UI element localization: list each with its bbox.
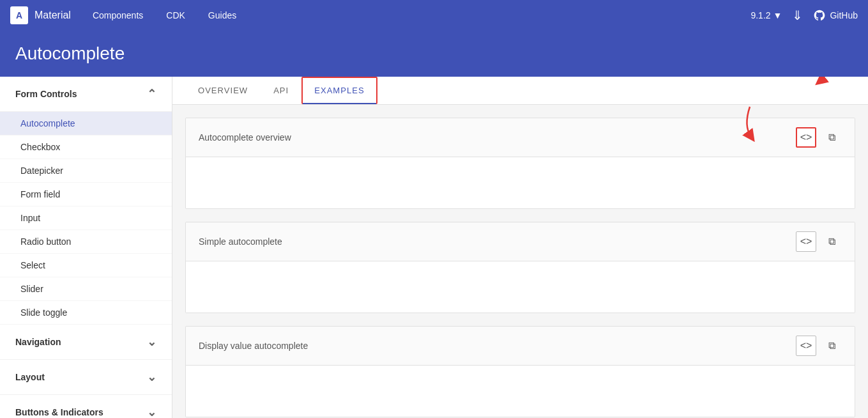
sidebar-item-form-field[interactable]: Form field bbox=[0, 183, 172, 206]
open-in-new-button-2[interactable]: ⧉ bbox=[821, 231, 842, 252]
sidebar-item-datepicker[interactable]: Datepicker bbox=[0, 159, 172, 183]
version-label: 9.1.2 bbox=[750, 10, 770, 20]
app-layout: Form Controls ⌃ Autocomplete Checkbox Da… bbox=[0, 77, 868, 418]
sidebar-item-select[interactable]: Select bbox=[0, 254, 172, 277]
sidebar-section-form-controls[interactable]: Form Controls ⌃ bbox=[0, 77, 172, 112]
sidebar-item-checkbox[interactable]: Checkbox bbox=[0, 135, 172, 159]
page-header: Autocomplete bbox=[0, 31, 868, 77]
tabs-wrapper: OVERVIEW API EXAMPLES 点击这里查看代码 bbox=[172, 77, 868, 105]
form-controls-label: Form Controls bbox=[15, 89, 77, 99]
page-title: Autocomplete bbox=[15, 43, 853, 64]
example-card-actions-2: <> ⧉ bbox=[796, 231, 842, 252]
nav-cdk[interactable]: CDK bbox=[157, 6, 194, 24]
github-button[interactable]: GitHub bbox=[813, 9, 858, 22]
sidebar-item-input[interactable]: Input bbox=[0, 206, 172, 230]
content-area: Autocomplete overview <> ⧉ Simple autoc bbox=[172, 105, 868, 418]
tabs-bar: OVERVIEW API EXAMPLES bbox=[172, 77, 868, 105]
form-controls-chevron-up-icon: ⌃ bbox=[147, 87, 156, 101]
example-card-body-2 bbox=[186, 261, 855, 313]
buttons-chevron-down-icon: ⌄ bbox=[147, 405, 156, 418]
view-code-button-1[interactable]: <> bbox=[796, 127, 816, 148]
download-icon[interactable]: ⇓ bbox=[792, 8, 803, 23]
main-content: OVERVIEW API EXAMPLES 点击这里查看代码 bbox=[172, 77, 868, 418]
example-card-body-3 bbox=[186, 366, 855, 417]
sidebar-item-slider[interactable]: Slider bbox=[0, 277, 172, 301]
logo-box: A bbox=[10, 6, 28, 24]
example-card-header-3: Display value autocomplete <> ⧉ bbox=[186, 327, 855, 366]
sidebar: Form Controls ⌃ Autocomplete Checkbox Da… bbox=[0, 77, 172, 418]
nav-guides[interactable]: Guides bbox=[199, 6, 245, 24]
code-icon-2: <> bbox=[800, 236, 812, 247]
open-in-new-button-3[interactable]: ⧉ bbox=[821, 336, 842, 356]
open-new-icon-1: ⧉ bbox=[828, 132, 835, 143]
buttons-label: Buttons & Indicators bbox=[15, 407, 103, 417]
example-card-header-2: Simple autocomplete <> ⧉ bbox=[186, 222, 855, 261]
layout-chevron-down-icon: ⌄ bbox=[147, 370, 156, 384]
example-card-actions-1: <> ⧉ bbox=[796, 127, 842, 148]
tab-examples[interactable]: EXAMPLES bbox=[301, 77, 377, 104]
sidebar-section-layout[interactable]: Layout ⌄ bbox=[0, 360, 172, 395]
open-in-new-button-1[interactable]: ⧉ bbox=[821, 127, 842, 148]
logo[interactable]: A Material bbox=[10, 6, 71, 24]
tab-overview[interactable]: OVERVIEW bbox=[185, 77, 261, 104]
github-icon bbox=[813, 9, 826, 22]
open-new-icon-3: ⧉ bbox=[828, 340, 835, 352]
nav-right: 9.1.2 ▼ ⇓ GitHub bbox=[750, 8, 858, 23]
open-new-icon-2: ⧉ bbox=[828, 236, 835, 247]
example-card-3: Display value autocomplete <> ⧉ bbox=[185, 326, 855, 417]
form-controls-items: Autocomplete Checkbox Datepicker Form fi… bbox=[0, 112, 172, 325]
nav-components[interactable]: Components bbox=[84, 6, 152, 24]
example-card-actions-3: <> ⧉ bbox=[796, 336, 842, 356]
sidebar-section-navigation[interactable]: Navigation ⌄ bbox=[0, 325, 172, 360]
sidebar-item-slide-toggle[interactable]: Slide toggle bbox=[0, 301, 172, 325]
github-label: GitHub bbox=[830, 10, 858, 20]
view-code-button-2[interactable]: <> bbox=[796, 231, 816, 252]
example-card-title-2: Simple autocomplete bbox=[199, 236, 282, 247]
navigation-chevron-down-icon: ⌄ bbox=[147, 335, 156, 349]
code-icon-1: <> bbox=[800, 132, 812, 143]
example-card-header-1: Autocomplete overview <> ⧉ bbox=[186, 118, 855, 157]
view-code-button-3[interactable]: <> bbox=[796, 336, 816, 356]
nav-items: Components CDK Guides bbox=[84, 6, 245, 24]
top-nav: A Material Components CDK Guides 9.1.2 ▼… bbox=[0, 0, 868, 31]
logo-letter: A bbox=[16, 10, 22, 20]
example-card-title-3: Display value autocomplete bbox=[199, 341, 308, 351]
version-selector[interactable]: 9.1.2 ▼ bbox=[750, 10, 782, 20]
example-card-1: Autocomplete overview <> ⧉ bbox=[185, 118, 855, 209]
navigation-label: Navigation bbox=[15, 337, 61, 347]
tab-api[interactable]: API bbox=[261, 77, 301, 104]
layout-label: Layout bbox=[15, 372, 45, 382]
example-card-body-1 bbox=[186, 157, 855, 208]
example-card-title-1: Autocomplete overview bbox=[199, 132, 291, 143]
sidebar-item-autocomplete[interactable]: Autocomplete bbox=[0, 112, 172, 135]
example-card-2: Simple autocomplete <> ⧉ bbox=[185, 222, 855, 313]
brand-name: Material bbox=[34, 10, 71, 21]
chevron-down-icon: ▼ bbox=[773, 10, 782, 20]
sidebar-item-radio-button[interactable]: Radio button bbox=[0, 230, 172, 254]
code-icon-3: <> bbox=[800, 340, 812, 352]
sidebar-section-buttons[interactable]: Buttons & Indicators ⌄ bbox=[0, 395, 172, 418]
